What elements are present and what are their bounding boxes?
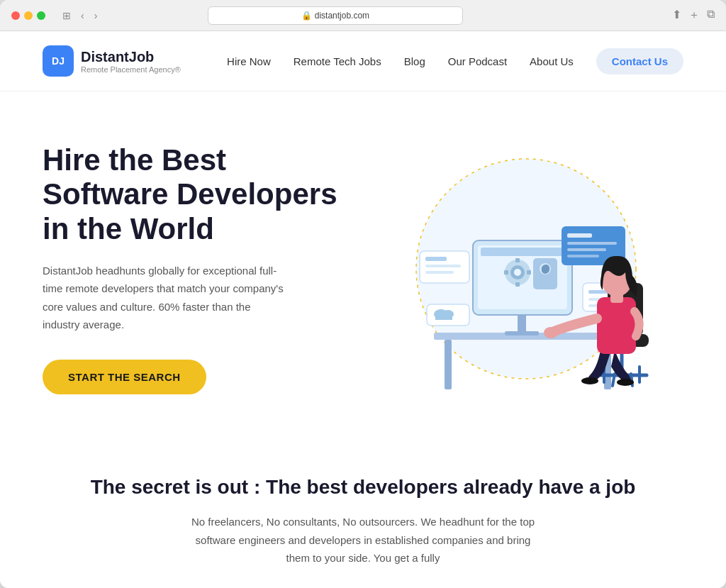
svg-rect-28	[567, 233, 592, 238]
forward-icon[interactable]: ›	[91, 9, 101, 23]
back-icon[interactable]: ‹	[78, 9, 87, 23]
browser-window: ⊞ ‹ › 🔒 distantjob.com ⬆ ＋ ⧉ DJ DistantJ…	[0, 0, 726, 588]
browser-controls: ⊞ ‹ ›	[60, 9, 100, 23]
minimize-button[interactable]	[24, 11, 33, 20]
svg-point-45	[617, 379, 634, 386]
svg-rect-46	[597, 297, 636, 354]
svg-point-47	[544, 327, 558, 338]
hero-description: DistantJob headhunts globally for except…	[43, 262, 284, 334]
hero-svg	[363, 141, 661, 396]
nav-hire-now[interactable]: Hire Now	[227, 55, 271, 67]
address-bar[interactable]: 🔒 distantjob.com	[208, 6, 463, 25]
logo-tagline: Remote Placement Agency®	[81, 65, 181, 74]
svg-rect-16	[527, 270, 531, 274]
svg-rect-29	[567, 242, 617, 245]
traffic-lights	[11, 11, 45, 20]
tabs-icon[interactable]: ⧉	[707, 8, 715, 23]
section-two-title: The secret is out : The best developers …	[43, 475, 683, 500]
maximize-button[interactable]	[37, 11, 45, 20]
svg-rect-9	[481, 248, 564, 256]
navbar: DJ DistantJob Remote Placement Agency® H…	[0, 31, 726, 91]
svg-rect-14	[515, 282, 520, 287]
hero-title: Hire the Best Software Developers in the…	[43, 143, 340, 246]
hero-section: Hire the Best Software Developers in the…	[0, 91, 726, 432]
website-content: DJ DistantJob Remote Placement Agency® H…	[0, 31, 726, 588]
svg-rect-3	[445, 340, 452, 389]
svg-rect-20	[425, 257, 447, 261]
logo-name: DistantJob	[81, 49, 181, 65]
share-icon[interactable]: ⬆	[672, 8, 681, 23]
svg-rect-22	[425, 271, 454, 274]
logo-icon: DJ	[43, 45, 74, 77]
section-two-description: No freelancers, No consultants, No outso…	[186, 513, 540, 567]
svg-rect-31	[567, 255, 599, 257]
svg-point-12	[514, 269, 521, 276]
nav-links: Hire Now Remote Tech Jobs Blog Our Podca…	[227, 48, 683, 74]
logo-area[interactable]: DJ DistantJob Remote Placement Agency®	[43, 45, 181, 77]
url-text: distantjob.com	[315, 11, 369, 21]
nav-remote-tech-jobs[interactable]: Remote Tech Jobs	[294, 55, 381, 67]
lock-icon: 🔒	[301, 11, 312, 21]
section-two: The secret is out : The best developers …	[0, 432, 726, 588]
close-button[interactable]	[11, 11, 20, 20]
browser-titlebar: ⊞ ‹ › 🔒 distantjob.com ⬆ ＋ ⧉	[0, 0, 726, 31]
nav-about-us[interactable]: About Us	[530, 55, 574, 67]
hero-content: Hire the Best Software Developers in the…	[43, 143, 340, 394]
sidebar-toggle-icon[interactable]: ⊞	[60, 9, 74, 23]
contact-us-button[interactable]: Contact Us	[596, 48, 683, 74]
new-tab-icon[interactable]: ＋	[688, 8, 700, 23]
svg-rect-13	[515, 258, 520, 262]
browser-actions: ⬆ ＋ ⧉	[672, 8, 715, 23]
svg-point-44	[581, 377, 598, 384]
start-search-button[interactable]: START THE SEARCH	[43, 360, 206, 394]
svg-rect-26	[435, 316, 452, 320]
nav-our-podcast[interactable]: Our Podcast	[448, 55, 507, 67]
hero-illustration	[340, 134, 683, 404]
svg-rect-30	[567, 248, 606, 251]
svg-rect-21	[425, 265, 461, 267]
nav-blog[interactable]: Blog	[404, 55, 425, 67]
svg-rect-6	[505, 331, 539, 335]
svg-rect-15	[504, 270, 508, 274]
logo-text: DistantJob Remote Placement Agency®	[81, 49, 181, 74]
